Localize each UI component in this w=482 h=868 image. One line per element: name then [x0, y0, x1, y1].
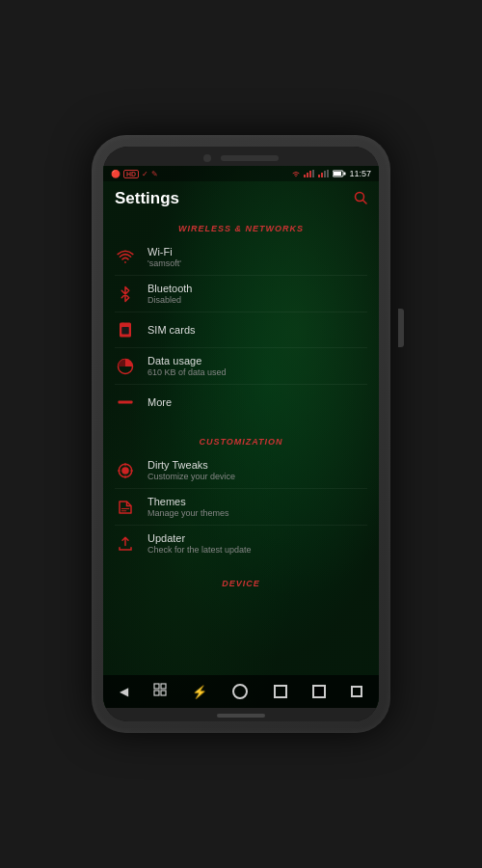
data-item[interactable]: Data usage 610 KB of data used	[103, 348, 379, 384]
svg-rect-7	[327, 170, 329, 177]
svg-rect-9	[344, 173, 346, 176]
bluetooth-label: Bluetooth	[147, 283, 192, 294]
svg-line-12	[363, 200, 367, 203]
wireless-section-title: WIRELESS & NETWORKS	[178, 224, 304, 233]
home-indicator	[217, 714, 265, 718]
tweaks-label: Dirty Tweaks	[147, 459, 235, 471]
sim-label: SIM cards	[147, 324, 196, 336]
overlap-button[interactable]	[312, 685, 326, 698]
tweaks-icon	[117, 462, 134, 479]
wifi-text: Wi-Fi 'samsoft'	[147, 246, 181, 268]
svg-rect-1	[307, 173, 308, 177]
bluetooth-item[interactable]: Bluetooth Disabled	[103, 276, 379, 312]
phone-top-bar	[103, 147, 379, 166]
device-section-title: DEVICE	[222, 579, 260, 588]
tweaks-icon-wrap	[115, 460, 136, 481]
svg-rect-4	[318, 175, 320, 177]
screen: 🔴 HD ✓ ✎	[103, 166, 379, 708]
wifi-label: Wi-Fi	[147, 246, 181, 258]
updater-sub: Check for the latest update	[147, 545, 252, 555]
section-device-header: DEVICE	[103, 567, 379, 598]
status-right: 11:57	[291, 169, 371, 178]
side-button[interactable]	[398, 309, 404, 347]
hd-badge: HD	[123, 170, 139, 178]
rect-button[interactable]	[274, 685, 287, 698]
wifi-item[interactable]: Wi-Fi 'samsoft'	[103, 239, 379, 275]
themes-label: Themes	[147, 496, 229, 507]
tweaks-item[interactable]: Dirty Tweaks Customize your device	[103, 452, 379, 488]
search-button[interactable]	[354, 191, 367, 207]
svg-rect-5	[321, 173, 323, 177]
updater-item[interactable]: Updater Check for the latest update	[103, 526, 379, 561]
tweaks-sub: Customize your device	[147, 472, 235, 481]
svg-rect-0	[304, 175, 306, 177]
check-icon: ✓	[142, 170, 148, 178]
svg-rect-19	[154, 684, 159, 689]
svg-rect-3	[312, 170, 314, 177]
updater-label: Updater	[147, 532, 252, 544]
phone-frame: 🔴 HD ✓ ✎	[92, 135, 390, 733]
flash-button[interactable]: ⚡	[192, 685, 207, 699]
bluetooth-text: Bluetooth Disabled	[147, 283, 192, 305]
more-item[interactable]: More	[103, 385, 379, 420]
svg-rect-14	[121, 327, 129, 335]
data-usage-icon	[117, 358, 134, 375]
svg-rect-22	[161, 691, 166, 695]
data-sub: 610 KB of data used	[147, 367, 227, 377]
section-customization-header: CUSTOMIZATION	[103, 425, 379, 452]
wifi-icon-wrap	[115, 247, 136, 268]
signal-icon	[304, 170, 315, 177]
themes-icon-wrap	[115, 497, 136, 518]
svg-rect-2	[309, 171, 311, 177]
back-button[interactable]: ◀	[120, 685, 128, 698]
bluetooth-icon	[117, 285, 134, 303]
more-icon-wrap	[115, 392, 136, 413]
status-left: 🔴 HD ✓ ✎	[111, 170, 158, 178]
svg-point-18	[121, 467, 129, 475]
settings-header: Settings	[103, 181, 379, 212]
section-wireless-header: WIRELESS & NETWORKS	[103, 212, 379, 239]
screen-content: 🔴 HD ✓ ✎	[103, 166, 379, 708]
phone-bottom-bar	[103, 708, 379, 721]
phone-inner: 🔴 HD ✓ ✎	[103, 147, 379, 721]
wifi-status-icon	[291, 170, 301, 177]
wifi-sub: 'samsoft'	[147, 258, 181, 268]
camera-dot	[203, 154, 211, 162]
data-text: Data usage 610 KB of data used	[147, 355, 227, 377]
more-text: More	[147, 396, 172, 408]
bluetooth-sub: Disabled	[147, 295, 192, 305]
home-button[interactable]	[153, 683, 167, 700]
sim-icon	[117, 321, 134, 339]
themes-icon	[117, 499, 134, 516]
sim-text: SIM cards	[147, 324, 196, 336]
updater-text: Updater Check for the latest update	[147, 532, 252, 555]
themes-text: Themes Manage your themes	[147, 496, 229, 518]
svg-rect-21	[154, 691, 159, 695]
nav-bar: ◀ ⚡	[103, 675, 379, 708]
sim-item[interactable]: SIM cards	[103, 312, 379, 347]
circle-button[interactable]	[232, 684, 248, 699]
status-time: 11:57	[349, 169, 371, 178]
svg-rect-10	[334, 172, 341, 176]
home-icon	[153, 683, 167, 696]
tweaks-text: Dirty Tweaks Customize your device	[147, 459, 235, 481]
settings-title: Settings	[115, 189, 179, 208]
alert-icon: 🔴	[111, 170, 120, 178]
themes-sub: Manage your themes	[147, 508, 229, 518]
battery-icon	[333, 170, 346, 177]
more-label: More	[147, 396, 172, 408]
speaker-grill	[221, 155, 279, 161]
data-label: Data usage	[147, 355, 227, 366]
themes-item[interactable]: Themes Manage your themes	[103, 489, 379, 525]
updater-icon-wrap	[115, 533, 136, 555]
svg-rect-6	[324, 171, 326, 177]
svg-rect-20	[161, 684, 166, 689]
signal2-icon	[318, 170, 330, 177]
svg-rect-16	[119, 401, 133, 404]
updater-icon	[117, 535, 134, 553]
edit-icon: ✎	[151, 170, 158, 178]
settings-list: WIRELESS & NETWORKS	[103, 212, 379, 675]
square-button[interactable]	[351, 686, 362, 697]
sim-icon-wrap	[115, 319, 136, 340]
bluetooth-icon-wrap	[115, 284, 136, 305]
